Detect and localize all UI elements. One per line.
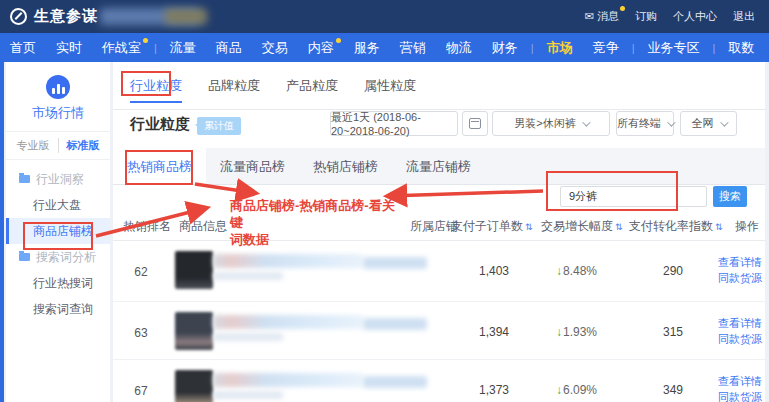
same-style-supply-link[interactable]: 同款货源 — [711, 270, 762, 286]
paid-suborders-cell: 1,394 — [433, 325, 509, 339]
subtab-traffic-product-rank[interactable]: 流量商品榜 — [206, 148, 299, 184]
down-arrow-icon: ↓ — [556, 383, 562, 397]
sidebar-item-search-word-query[interactable]: 搜索词查询 — [6, 296, 110, 322]
rank-cell: 62 — [129, 265, 153, 279]
main-content-panel: 行业粒度 品牌粒度 产品粒度 属性粒度 行业粒度 累计值 最近1天 (2018-… — [113, 62, 765, 402]
rank-cell: 63 — [129, 326, 153, 340]
sidebar-tab-standard[interactable]: 标准版 — [59, 138, 100, 153]
sort-icon: ⇅ — [525, 222, 533, 232]
nav-item-trade[interactable]: 交易 — [252, 39, 298, 57]
col-header-actions: 操作 — [735, 218, 759, 235]
nav-item-marketing[interactable]: 营销 — [390, 39, 436, 57]
subtab-hot-product-rank[interactable]: 热销商品榜 — [113, 148, 206, 184]
sidebar-item-search-analysis[interactable]: 搜索词分析 — [6, 244, 110, 270]
censored-product-title — [213, 373, 363, 387]
col-header-conversion-index[interactable]: 支付转化率指数⇅ — [629, 218, 723, 235]
left-edge-strip — [0, 62, 4, 402]
nav-item-academy[interactable]: 学院 — [764, 39, 769, 57]
tab-attribute-granularity[interactable]: 属性粒度 — [364, 62, 416, 110]
calendar-icon — [469, 118, 481, 129]
main-nav-bar: 首页 实时 作战室 | 流量 商品 交易 内容 服务 营销 物流 财务 | 市场… — [0, 33, 769, 62]
sidebar-item-product-shop-rank[interactable]: 商品店铺榜 — [6, 218, 110, 244]
sidebar-module-title: 市场行情 — [6, 104, 110, 132]
sidebar-item-industry-insight[interactable]: 行业洞察 — [6, 166, 110, 192]
category-dropdown[interactable]: 男装>休闲裤 — [492, 111, 610, 136]
order-link[interactable]: 订购 — [635, 9, 657, 24]
censored-product-title — [213, 315, 363, 329]
censored-product-image — [175, 312, 213, 350]
keyword-search-input[interactable] — [560, 186, 707, 207]
nav-separator: | — [528, 42, 537, 54]
sidebar-item-industry-overview[interactable]: 行业大盘 — [6, 192, 110, 218]
table-row: 63 1,394 ↓1.93% 315 查看详情同款货源 — [113, 302, 765, 360]
down-arrow-icon: ↓ — [556, 325, 562, 339]
conversion-index-cell: 315 — [613, 325, 683, 339]
tab-product-granularity[interactable]: 产品粒度 — [286, 62, 338, 110]
granularity-tabs: 行业粒度 品牌粒度 产品粒度 属性粒度 — [113, 62, 765, 110]
logout-link[interactable]: 退出 — [733, 9, 755, 24]
paid-suborders-cell: 1,403 — [433, 264, 509, 278]
subtab-traffic-shop-rank[interactable]: 流量店铺榜 — [392, 148, 485, 184]
col-header-growth[interactable]: 交易增长幅度⇅ — [541, 218, 623, 235]
censored-shop-name — [363, 257, 427, 269]
tab-industry-granularity[interactable]: 行业粒度 — [130, 62, 182, 110]
sidebar-tab-professional[interactable]: 专业版 — [17, 138, 59, 153]
tab-brand-granularity[interactable]: 品牌粒度 — [208, 62, 260, 110]
nav-item-service[interactable]: 服务 — [344, 39, 390, 57]
chevron-down-icon — [720, 118, 728, 126]
nav-item-home[interactable]: 首页 — [0, 39, 46, 57]
nav-item-realtime[interactable]: 实时 — [46, 39, 92, 57]
personal-center-link[interactable]: 个人中心 — [673, 9, 717, 24]
nav-separator: | — [151, 42, 160, 54]
censored-product-meta — [213, 391, 283, 399]
conversion-index-cell: 290 — [613, 264, 683, 278]
nav-item-market[interactable]: 市场 — [537, 39, 583, 57]
folder-icon — [19, 253, 30, 261]
sidebar-item-hot-search-words[interactable]: 行业热搜词 — [6, 270, 110, 296]
censored-shop-name — [363, 376, 427, 388]
sidebar-market-insight: 市场行情 专业版 标准版 行业洞察 行业大盘 商品店铺榜 搜索词分析 行业热搜词… — [6, 62, 110, 402]
sort-icon: ⇅ — [715, 222, 723, 232]
network-dropdown[interactable]: 全网 — [680, 111, 737, 136]
nav-item-finance[interactable]: 财务 — [482, 39, 528, 57]
censored-product-image — [175, 370, 213, 402]
nav-item-warroom[interactable]: 作战室 — [92, 39, 151, 57]
nav-item-traffic[interactable]: 流量 — [160, 39, 206, 57]
rank-subtabs: 热销商品榜 流量商品榜 热销店铺榜 流量店铺榜 — [113, 148, 765, 185]
search-button[interactable]: 搜索 — [713, 186, 747, 207]
calendar-button[interactable] — [462, 111, 488, 136]
date-range-selector[interactable]: 最近1天 (2018-06-20~2018-06-20) — [330, 111, 458, 136]
top-header-bar: 生意参谋 ✉消息 订购 个人中心 退出 — [0, 0, 769, 33]
chevron-down-icon — [667, 118, 675, 126]
view-details-link[interactable]: 查看详情 — [711, 254, 762, 270]
col-header-product-info: 商品信息 — [179, 218, 227, 235]
sort-icon: ⇅ — [615, 222, 623, 232]
view-details-link[interactable]: 查看详情 — [711, 315, 762, 331]
censored-product-meta — [213, 272, 283, 280]
chevron-down-icon — [582, 118, 590, 126]
nav-item-data-fetch[interactable]: 取数 — [718, 39, 764, 57]
col-header-paid-suborders[interactable]: 支付子订单数⇅ — [451, 218, 533, 235]
nav-item-goods[interactable]: 商品 — [206, 39, 252, 57]
view-details-link[interactable]: 查看详情 — [711, 373, 762, 389]
col-header-rank: 热销排名 — [123, 218, 171, 235]
nav-item-business-zone[interactable]: 业务专区 — [638, 39, 710, 57]
table-row: 62 1,403 ↓8.48% 290 查看详情同款货源 — [113, 241, 765, 302]
nav-item-logistics[interactable]: 物流 — [436, 39, 482, 57]
nav-separator: | — [629, 42, 638, 54]
terminal-dropdown[interactable]: 所有终端 — [616, 111, 674, 136]
conversion-index-cell: 349 — [613, 383, 683, 397]
same-style-supply-link[interactable]: 同款货源 — [711, 331, 762, 347]
growth-cell: ↓8.48% — [556, 264, 597, 278]
nav-item-competition[interactable]: 竞争 — [583, 39, 629, 57]
new-badge-dot — [143, 38, 148, 43]
subtab-hot-shop-rank[interactable]: 热销店铺榜 — [299, 148, 392, 184]
growth-cell: ↓6.09% — [556, 383, 597, 397]
messages-link[interactable]: ✉消息 — [585, 9, 619, 24]
folder-icon — [19, 175, 30, 183]
same-style-supply-link[interactable]: 同款货源 — [711, 389, 762, 402]
nav-item-content[interactable]: 内容 — [298, 39, 344, 57]
rank-cell: 67 — [129, 384, 153, 398]
new-badge-dot — [336, 38, 341, 43]
down-arrow-icon: ↓ — [556, 264, 562, 278]
